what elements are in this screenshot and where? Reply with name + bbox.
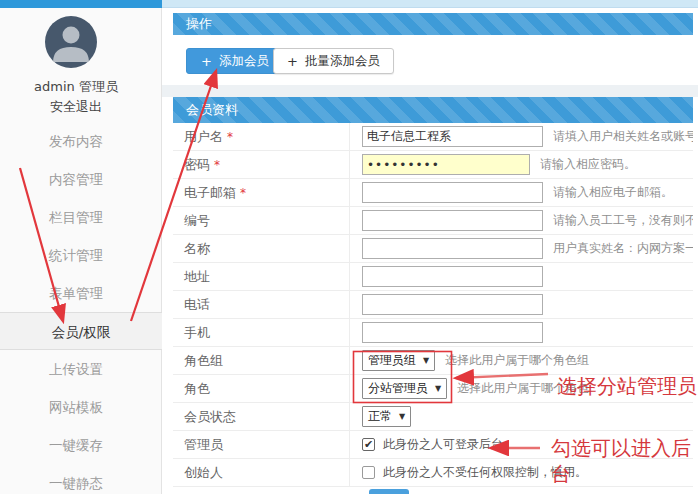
field-label: 角色组 <box>173 347 350 374</box>
field-label-text: 角色 <box>184 380 210 398</box>
field-label-text: 创始人 <box>184 464 223 482</box>
form-row: 管理员✔此身份之人可登录后台。 <box>173 431 693 459</box>
field-control: 管理员组▼选择此用户属于哪个角色组 <box>350 350 589 371</box>
checkbox-checked[interactable]: ✔ <box>362 438 375 451</box>
checkbox-unchecked[interactable] <box>362 466 375 479</box>
required-star-icon: * <box>227 130 233 144</box>
plus-icon: + <box>287 54 298 69</box>
field-hint: 用户真实姓名：内网方案一般不填 <box>553 240 693 257</box>
panel-gap <box>162 85 698 97</box>
chevron-down-icon: ▼ <box>423 356 429 365</box>
actions-panel-header: 操作 <box>173 13 693 35</box>
chevron-down-icon: ▼ <box>399 412 405 421</box>
add-member-button[interactable]: + 添加会员 <box>186 48 284 74</box>
text-input[interactable] <box>362 322 543 343</box>
field-control <box>350 322 543 343</box>
field-control <box>350 294 543 315</box>
dropdown-selected-value: 正常 <box>368 408 392 425</box>
form-row: 角色组管理员组▼选择此用户属于哪个角色组 <box>173 347 693 375</box>
dropdown-select[interactable]: 正常▼ <box>362 406 411 427</box>
sidebar-item-1[interactable]: 内容管理 <box>0 160 152 198</box>
field-label: 密码* <box>173 151 350 178</box>
field-label-text: 管理员 <box>184 436 223 454</box>
form-row: 编号请输入员工工号，没有则不填 <box>173 207 693 235</box>
field-label: 名称 <box>173 235 350 262</box>
form-row: 地址 <box>173 263 693 291</box>
text-input[interactable] <box>362 266 543 287</box>
field-control: 请输入相应电子邮箱。 <box>350 182 673 203</box>
sidebar-item-6[interactable]: 上传设置 <box>0 350 152 388</box>
field-label-text: 地址 <box>184 268 210 286</box>
text-input[interactable] <box>362 294 543 315</box>
text-input[interactable] <box>362 126 543 147</box>
plus-icon: + <box>201 54 212 69</box>
user-avatar-icon <box>45 16 97 68</box>
text-input[interactable] <box>362 210 543 231</box>
text-input[interactable] <box>362 182 543 203</box>
field-label: 用户名* <box>173 123 350 150</box>
dropdown-selected-value: 管理员组 <box>368 352 416 369</box>
field-control: 请输入员工工号，没有则不填 <box>350 210 693 231</box>
field-label: 角色 <box>173 375 350 402</box>
field-label-text: 手机 <box>184 324 210 342</box>
batch-add-member-button-label: 批量添加会员 <box>305 53 380 70</box>
top-progress-bar-fill <box>0 0 162 8</box>
dropdown-select[interactable]: 分站管理员▼ <box>362 378 447 399</box>
sidebar: admin 管理员 安全退出 发布内容内容管理栏目管理统计管理表单管理会员/权限… <box>0 8 162 494</box>
sidebar-item-0[interactable]: 发布内容 <box>0 122 152 160</box>
dropdown-select[interactable]: 管理员组▼ <box>362 350 435 371</box>
sidebar-item-8[interactable]: 一键缓存 <box>0 426 152 464</box>
form-row: 会员状态正常▼ <box>173 403 693 431</box>
member-info-panel-header: 会员资料 <box>173 97 693 123</box>
actions-panel-title: 操作 <box>186 15 212 33</box>
member-form: 用户名*请填入用户相关姓名或账号，企业密码*请输入相应密码。电子邮箱*请输入相应… <box>173 123 693 487</box>
field-label-text: 角色组 <box>184 352 223 370</box>
field-hint: 请输入相应密码。 <box>540 156 636 173</box>
field-label: 手机 <box>173 319 350 346</box>
field-label: 电子邮箱* <box>173 179 350 206</box>
field-control: 用户真实姓名：内网方案一般不填 <box>350 238 693 259</box>
logout-link[interactable]: 安全退出 <box>0 98 152 116</box>
field-label-text: 名称 <box>184 240 210 258</box>
sidebar-item-9[interactable]: 一键静态 <box>0 464 152 494</box>
field-hint: 选择此用户属于哪个角色 <box>457 380 589 397</box>
form-row: 电子邮箱*请输入相应电子邮箱。 <box>173 179 693 207</box>
form-row: 用户名*请填入用户相关姓名或账号，企业 <box>173 123 693 151</box>
form-row: 创始人此身份之人不受任何权限控制，慎用。 <box>173 459 693 487</box>
required-star-icon: * <box>240 186 246 200</box>
field-label: 会员状态 <box>173 403 350 430</box>
batch-add-member-button[interactable]: + 批量添加会员 <box>273 48 394 74</box>
sidebar-menu: 发布内容内容管理栏目管理统计管理表单管理会员/权限上传设置网站模板一键缓存一键静… <box>0 122 152 494</box>
text-input[interactable] <box>362 238 543 259</box>
submit-button[interactable] <box>369 489 409 494</box>
avatar <box>45 16 97 68</box>
sidebar-item-5-active[interactable]: 会员/权限 <box>0 312 162 350</box>
field-control: ✔此身份之人可登录后台。 <box>350 436 515 453</box>
field-label-text: 用户名 <box>184 128 223 146</box>
sidebar-item-3[interactable]: 统计管理 <box>0 236 152 274</box>
checkbox-description: 此身份之人可登录后台。 <box>383 436 515 453</box>
form-row: 名称用户真实姓名：内网方案一般不填 <box>173 235 693 263</box>
field-label-text: 编号 <box>184 212 210 230</box>
field-label-text: 会员状态 <box>184 408 236 426</box>
checkbox-description: 此身份之人不受任何权限控制，慎用。 <box>383 464 587 481</box>
field-control <box>350 266 543 287</box>
sidebar-item-2[interactable]: 栏目管理 <box>0 198 152 236</box>
field-hint: 选择此用户属于哪个角色组 <box>445 352 589 369</box>
field-control: 此身份之人不受任何权限控制，慎用。 <box>350 464 587 481</box>
field-label: 管理员 <box>173 431 350 458</box>
member-info-panel-title: 会员资料 <box>186 101 238 119</box>
field-label: 地址 <box>173 263 350 290</box>
field-control: 请填入用户相关姓名或账号，企业 <box>350 126 693 147</box>
password-input[interactable] <box>362 154 530 175</box>
field-control: 正常▼ <box>350 406 411 427</box>
field-label: 电话 <box>173 291 350 318</box>
field-label-text: 电子邮箱 <box>184 184 236 202</box>
field-hint: 请输入员工工号，没有则不填 <box>553 212 693 229</box>
top-progress-bar <box>0 0 698 8</box>
form-row: 角色分站管理员▼选择此用户属于哪个角色 <box>173 375 693 403</box>
field-hint: 请输入相应电子邮箱。 <box>553 184 673 201</box>
sidebar-item-4[interactable]: 表单管理 <box>0 274 152 312</box>
sidebar-item-7[interactable]: 网站模板 <box>0 388 152 426</box>
chevron-down-icon: ▼ <box>435 384 441 393</box>
